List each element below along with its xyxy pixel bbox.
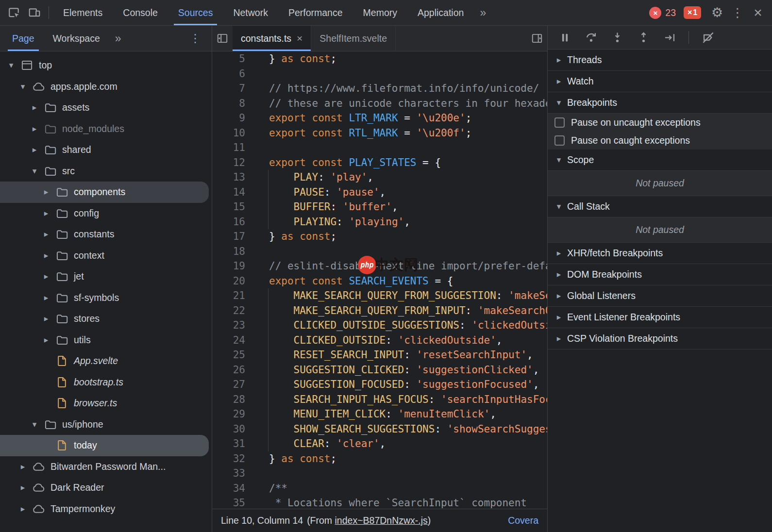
chevron-down-icon[interactable]: ▾ <box>28 419 41 430</box>
chevron-right-icon[interactable]: ▸ <box>40 293 52 303</box>
device-toolbar-icon[interactable] <box>24 2 45 23</box>
navigator-more-tabs-chevron[interactable]: » <box>109 26 127 51</box>
tree-item-components[interactable]: ▸components <box>0 182 209 203</box>
line-number[interactable]: 21 <box>212 288 258 303</box>
tree-item-app-svelte[interactable]: App.svelte <box>0 350 212 372</box>
line-number[interactable]: 14 <box>212 185 258 200</box>
pause-script-icon[interactable] <box>554 27 576 48</box>
tree-item-src[interactable]: ▾src <box>0 161 212 182</box>
tree-item-sf-symbols[interactable]: ▸sf-symbols <box>0 287 212 309</box>
chevron-right-icon[interactable]: ▸ <box>40 314 52 324</box>
section-global-listeners[interactable]: ▸Global Listeners <box>548 285 772 307</box>
step-out-icon[interactable] <box>632 27 655 48</box>
section-csp-violation-breakpoints[interactable]: ▸CSP Violation Breakpoints <box>548 328 772 349</box>
chevron-down-icon[interactable]: ▾ <box>17 82 29 92</box>
editor-tab-shelfitem-svelte[interactable]: ShelfItem.svelte <box>311 26 396 51</box>
tree-item-tampermonkey[interactable]: ▸Tampermonkey <box>0 499 212 520</box>
line-number[interactable]: 22 <box>212 303 258 318</box>
chevron-right-icon[interactable]: ▸ <box>17 504 29 514</box>
chevron-right-icon[interactable]: ▸ <box>40 208 52 218</box>
chevron-right-icon[interactable]: ▸ <box>28 102 41 113</box>
line-number[interactable]: 9 <box>212 111 258 126</box>
line-number[interactable]: 5 <box>212 51 258 66</box>
toggle-navigator-icon[interactable] <box>212 28 233 49</box>
issues-badge[interactable]: ×1 <box>684 6 701 19</box>
tree-item-top[interactable]: ▾top <box>0 55 212 76</box>
tab-memory[interactable]: Memory <box>353 0 407 25</box>
line-number[interactable]: 24 <box>212 333 258 348</box>
inspect-element-icon[interactable] <box>4 2 24 23</box>
tree-item-us-iphone[interactable]: ▾us/iphone <box>0 414 212 435</box>
line-number[interactable]: 13 <box>212 170 258 185</box>
tree-item-bitwarden-password-man[interactable]: ▸Bitwarden Password Man... <box>0 456 212 478</box>
chevron-right-icon[interactable]: ▸ <box>40 335 52 345</box>
tree-item-browser-ts[interactable]: browser.ts <box>0 393 212 414</box>
chevron-down-icon[interactable]: ▾ <box>28 166 41 176</box>
tree-item-assets[interactable]: ▸assets <box>0 97 212 118</box>
tree-item-constants[interactable]: ▸constants <box>0 224 212 245</box>
step-over-icon[interactable] <box>580 27 602 48</box>
tree-item-dark-reader[interactable]: ▸Dark Reader <box>0 477 212 499</box>
deactivate-breakpoints-icon[interactable] <box>697 27 719 48</box>
line-number[interactable]: 8 <box>212 96 258 111</box>
line-number[interactable]: 34 <box>212 481 258 496</box>
section-event-listener-breakpoints[interactable]: ▸Event Listener Breakpoints <box>548 307 772 328</box>
chevron-right-icon[interactable]: ▸ <box>40 271 52 282</box>
line-number[interactable]: 30 <box>212 422 258 437</box>
tree-item-utils[interactable]: ▸utils <box>0 330 212 351</box>
line-number[interactable]: 20 <box>212 274 258 289</box>
chevron-down-icon[interactable]: ▾ <box>5 60 17 70</box>
line-number[interactable]: 15 <box>212 200 258 215</box>
devtools-menu-icon[interactable]: ⋮ <box>727 2 748 23</box>
line-number[interactable]: 23 <box>212 318 258 333</box>
line-number[interactable]: 26 <box>212 363 258 378</box>
console-errors-badge[interactable]: × 23 <box>649 7 676 19</box>
line-number[interactable]: 10 <box>212 126 258 141</box>
line-number[interactable]: 31 <box>212 436 258 451</box>
navigator-menu-icon[interactable]: ⋮ <box>182 26 209 51</box>
checkbox[interactable] <box>554 135 565 146</box>
line-number[interactable]: 11 <box>212 140 258 155</box>
chevron-right-icon[interactable]: ▸ <box>40 250 52 261</box>
tree-item-bootstrap-ts[interactable]: bootstrap.ts <box>0 372 212 393</box>
line-number[interactable]: 6 <box>212 66 258 82</box>
tab-console[interactable]: Console <box>113 0 168 25</box>
line-number[interactable]: 33 <box>212 466 258 481</box>
tree-item-stores[interactable]: ▸stores <box>0 308 212 330</box>
tab-network[interactable]: Network <box>223 0 278 25</box>
tree-item-context[interactable]: ▸context <box>0 245 212 266</box>
section-call-stack[interactable]: ▾Call Stack <box>548 196 772 217</box>
line-number[interactable]: 25 <box>212 348 258 363</box>
chevron-right-icon[interactable]: ▸ <box>40 187 52 197</box>
line-number[interactable]: 7 <box>212 81 258 96</box>
section-dom-breakpoints[interactable]: ▸DOM Breakpoints <box>548 264 772 285</box>
coverage-link[interactable]: Covera <box>500 515 538 526</box>
line-number[interactable]: 18 <box>212 244 258 259</box>
line-number[interactable]: 28 <box>212 392 258 407</box>
chevron-right-icon[interactable]: ▸ <box>28 124 41 134</box>
close-devtools-icon[interactable]: × <box>748 2 768 23</box>
line-number[interactable]: 27 <box>212 377 258 392</box>
tree-item-jet[interactable]: ▸jet <box>0 266 212 287</box>
close-tab-icon[interactable]: × <box>297 33 302 44</box>
section-scope[interactable]: ▾Scope <box>548 150 772 171</box>
step-icon[interactable] <box>658 27 681 48</box>
line-number[interactable]: 12 <box>212 155 258 170</box>
chevron-right-icon[interactable]: ▸ <box>17 462 29 472</box>
tree-item-today[interactable]: today <box>0 435 209 456</box>
source-file-link[interactable]: index~B87DnNzwx-.js <box>335 515 428 526</box>
section-xhr-fetch-breakpoints[interactable]: ▸XHR/fetch Breakpoints <box>548 243 772 264</box>
chevron-right-icon[interactable]: ▸ <box>40 229 52 239</box>
code-editor[interactable]: 5} as const;67// https://www.fileformat.… <box>212 51 547 509</box>
tree-item-apps-apple-com[interactable]: ▾apps.apple.com <box>0 76 212 98</box>
step-into-icon[interactable] <box>606 27 628 48</box>
tab-performance[interactable]: Performance <box>278 0 353 25</box>
tree-item-config[interactable]: ▸config <box>0 203 212 224</box>
settings-gear-icon[interactable]: ⚙ <box>707 2 727 23</box>
section-threads[interactable]: ▸Threads <box>548 50 772 71</box>
tab-sources[interactable]: Sources <box>168 0 223 25</box>
checkbox[interactable] <box>554 117 565 128</box>
line-number[interactable]: 19 <box>212 259 258 274</box>
section-watch[interactable]: ▸Watch <box>548 71 772 92</box>
editor-tab-constants-ts[interactable]: constants.ts× <box>233 26 311 51</box>
